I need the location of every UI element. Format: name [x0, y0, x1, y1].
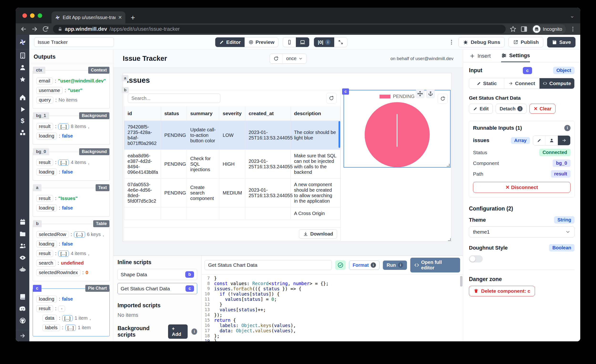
expand-array-chip[interactable]: [...] [58, 124, 69, 130]
output-section-bg1[interactable]: bg_1 Background result:[...]8 items, loa… [33, 116, 110, 145]
component-b-badge[interactable]: b [122, 87, 129, 93]
output-row[interactable]: loading:false [36, 169, 106, 175]
new-tab-button[interactable]: + [131, 14, 135, 22]
refresh-app-button[interactable] [270, 54, 282, 63]
table-row[interactable]: 07da0553-4e6e-4d56-8ded-5fd0f7d5c3c2 PEN… [124, 178, 340, 207]
close-window-button[interactable] [22, 13, 27, 18]
output-row[interactable]: result:[...]4 items, [36, 159, 106, 166]
expand-array-chip[interactable]: [...] [58, 251, 69, 257]
inline-script-item-selected[interactable]: Get Status Chart Data c [118, 283, 197, 294]
static-option[interactable]: Static [469, 78, 504, 89]
output-row[interactable]: labels:[...]1 item [42, 324, 106, 331]
output-row[interactable]: username:"user" [36, 87, 106, 94]
discord-icon[interactable] [19, 305, 26, 312]
home-icon[interactable] [19, 94, 26, 101]
preview-mode-button[interactable]: Preview [245, 37, 278, 47]
connect-option[interactable]: Connect [504, 78, 539, 89]
connect-arg-option[interactable] [558, 136, 570, 145]
table-component[interactable]: id status summary severity created_at de… [124, 90, 341, 241]
desktop-view-button[interactable] [296, 37, 309, 47]
output-row[interactable]: data:[...]1 item, [42, 315, 106, 322]
canvas-resize-handle[interactable] [448, 238, 451, 241]
workers-robot-icon[interactable] [19, 266, 26, 273]
mobile-view-button[interactable] [283, 37, 296, 47]
output-row[interactable]: email:"user@windmill.dev" [36, 77, 106, 84]
text-component-issues[interactable]: Issues [123, 73, 451, 85]
folders-icon[interactable] [19, 230, 26, 238]
save-button[interactable]: Save [547, 37, 575, 47]
pie-slice-pending[interactable] [365, 102, 430, 167]
user-arg-option[interactable] [545, 136, 558, 145]
github-icon[interactable] [19, 317, 26, 324]
output-row[interactable]: selectedRowIndex:0 [36, 269, 106, 276]
fullscreen-button[interactable] [334, 37, 347, 47]
compute-option[interactable]: Compute [539, 78, 574, 89]
tab-search-chevron-icon[interactable]: ⌄ [570, 12, 574, 19]
column-header[interactable]: id [124, 106, 161, 121]
zoom-window-button[interactable] [38, 13, 42, 18]
windmill-logo[interactable] [16, 35, 29, 50]
variables-dollar-icon[interactable]: $ [21, 117, 24, 125]
output-section-b[interactable]: b Table selectedRow:{...}6 keys, loading… [33, 224, 110, 281]
collapse-arrow-icon[interactable] [19, 333, 26, 339]
workspace-icon[interactable] [19, 52, 26, 59]
output-section-ctx[interactable]: ctx Context email:"user@windmill.dev" us… [33, 70, 110, 109]
table-scrollbar-thumb[interactable] [339, 121, 340, 148]
column-header[interactable]: summary [187, 106, 219, 121]
format-button[interactable]: Formati [349, 260, 380, 270]
editor-mode-button[interactable]: Editor [215, 37, 245, 47]
move-component-handle[interactable] [416, 89, 424, 98]
output-row[interactable]: loading:false [36, 133, 106, 140]
resources-cubes-icon[interactable] [19, 129, 26, 136]
debug-runs-button[interactable]: Debug Runs [458, 37, 505, 47]
favorites-star-icon[interactable] [19, 76, 26, 83]
refresh-mode-dropdown[interactable]: once [282, 54, 306, 63]
output-row[interactable]: selectedRow:{...}6 keys, [36, 231, 106, 238]
clear-script-button[interactable]: ✕Clear [529, 104, 555, 114]
inline-script-item[interactable]: Shape Data b [118, 269, 197, 280]
pie-chart-component[interactable]: c PENDING [343, 90, 451, 168]
static-arg-option[interactable] [533, 136, 545, 145]
chart-refresh-button[interactable] [438, 94, 448, 104]
table-row[interactable]: 794208f5-2735-428a-b4af-b071ff0a2962 PEN… [124, 121, 340, 150]
tab-settings[interactable]: Settings [501, 52, 530, 62]
tab-close-icon[interactable]: ✕ [118, 15, 122, 20]
component-c-badge[interactable]: c [342, 89, 349, 95]
monaco-editor[interactable]: 7} 8const values: Record<string, number>… [202, 274, 463, 341]
output-row[interactable]: result:[...]8 items, [36, 123, 106, 130]
resize-handle[interactable] [447, 164, 450, 167]
schedules-calendar-icon[interactable] [19, 218, 26, 225]
anchor-component-button[interactable] [426, 89, 435, 98]
legend-label[interactable]: PENDING [393, 94, 415, 99]
output-row[interactable]: loading:false [36, 205, 106, 211]
publish-button[interactable]: Publish [508, 37, 543, 47]
column-header[interactable]: severity [219, 106, 245, 121]
bookmark-star-icon[interactable] [509, 25, 517, 33]
tab-insert[interactable]: Insert [469, 52, 491, 62]
table-row[interactable]: A Cross Origin [124, 207, 340, 220]
run-button[interactable]: Runi [383, 260, 407, 270]
user-icon[interactable] [19, 64, 26, 71]
output-section-bg0[interactable]: bg_0 Background result:[...]4 items, loa… [33, 152, 110, 181]
output-row[interactable]: query:No items [36, 97, 106, 104]
column-header[interactable]: status [161, 106, 187, 121]
column-header[interactable]: description [291, 106, 340, 121]
reload-icon[interactable] [42, 25, 49, 33]
editor-scrollbar-thumb[interactable] [460, 276, 462, 287]
back-icon[interactable] [20, 25, 27, 33]
hide-runs-button[interactable]: |0| i [314, 37, 334, 47]
app-name-input[interactable] [34, 37, 114, 47]
browser-tab[interactable]: Edit App u/user/issue-tracker | ✕ [52, 11, 125, 23]
output-row[interactable]: result:"Issues" [36, 195, 106, 202]
component-a-badge[interactable]: a [122, 75, 128, 81]
doughnut-style-toggle[interactable] [469, 255, 483, 262]
expand-object-chip[interactable]: {...} [74, 231, 85, 238]
minimize-window-button[interactable] [30, 13, 35, 18]
output-row[interactable]: loading:false [36, 240, 106, 247]
info-icon[interactable]: i [191, 328, 197, 335]
output-row[interactable]: loading:false [36, 296, 106, 303]
theme-select[interactable]: theme1 [469, 226, 574, 238]
detach-script-button[interactable]: Detachi [496, 104, 527, 114]
window-controls[interactable] [22, 13, 42, 18]
table-search-input[interactable] [128, 93, 220, 103]
